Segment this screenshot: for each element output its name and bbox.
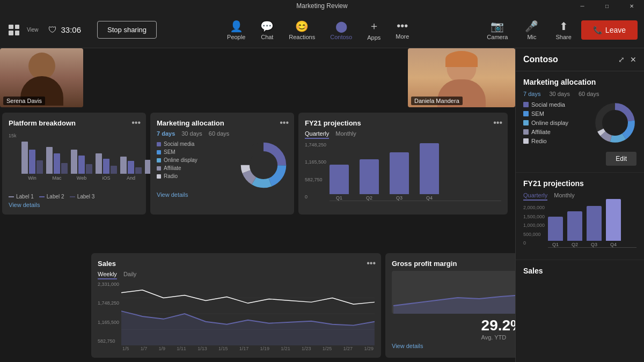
sidebar-label-affiliate: Affiliate <box>531 129 551 135</box>
toolbar-reactions[interactable]: 😊 Reactions <box>281 17 323 43</box>
toolbar-contoso[interactable]: ⬤ Contoso <box>323 17 360 43</box>
sidebar-fy21-monthly[interactable]: Monthly <box>554 192 575 201</box>
sidebar-y-1.5m: 1,500,000 <box>523 214 545 219</box>
x-1/19: 1/19 <box>260 346 269 351</box>
leave-button[interactable]: 📞 Leave <box>581 20 638 40</box>
alloc-tab-30days[interactable]: 30 days <box>181 130 202 137</box>
platform-menu-icon[interactable]: ••• <box>131 118 141 128</box>
toolbar-mic[interactable]: 🎤 Mic <box>517 17 546 43</box>
x-1/15: 1/15 <box>218 346 228 351</box>
expand-icon[interactable]: ⤢ <box>618 55 625 64</box>
alloc-tab-60days[interactable]: 60 days <box>209 130 230 137</box>
window-title: Marketing Review <box>296 2 347 10</box>
sidebar-bar-q4-rect <box>606 199 621 241</box>
sidebar-mkt-social: Social media <box>523 101 589 108</box>
alloc-tab-7days[interactable]: 7 days <box>157 130 175 137</box>
sidebar-sales-title: Sales <box>523 267 636 275</box>
legend-dot-2 <box>39 196 45 197</box>
sales-tab-weekly[interactable]: Weekly <box>98 271 117 279</box>
titlebar: Marketing Review ─ □ ✕ <box>0 0 644 12</box>
alloc-dot-radio <box>157 174 161 179</box>
toolbar-chat[interactable]: 💬 Chat <box>253 17 281 43</box>
fy21-menu-icon[interactable]: ••• <box>493 118 502 128</box>
sidebar-bar-q1-rect <box>548 217 563 241</box>
mic-icon: 🎤 <box>525 20 538 33</box>
sidebar-q1: Q1 <box>552 242 559 247</box>
toolbar-people[interactable]: 👤 People <box>219 17 253 43</box>
alloc-label-sem: SEM <box>164 149 175 155</box>
sales-tab-daily[interactable]: Daily <box>123 271 136 279</box>
sidebar-mkt-online: Online display <box>523 120 589 126</box>
marketing-view-link[interactable]: View details <box>157 191 288 198</box>
bar-seg-2 <box>128 161 134 174</box>
fy21-q2-label: Q2 <box>366 195 372 201</box>
fy21-bar-q1-rect <box>330 165 349 194</box>
sales-y3: 1,165,500 <box>98 320 119 325</box>
sidebar-dot-redio <box>523 138 529 144</box>
sales-chart-area: 2,331,000 1,748,250 1,165,500 582,750 <box>98 282 375 351</box>
toolbar-camera[interactable]: 📷 Camera <box>479 17 515 43</box>
bar-label-mac: Mac <box>52 175 61 181</box>
sidebar-y-1m: 1,000,000 <box>523 223 545 228</box>
stop-sharing-button[interactable]: Stop sharing <box>97 21 157 39</box>
sidebar-close-icon[interactable]: ✕ <box>630 55 636 64</box>
fy21-tab-monthly[interactable]: Monthly <box>335 130 356 139</box>
fy21-tabs: Quarterly Monthly <box>305 130 501 139</box>
edit-button[interactable]: Edit <box>606 152 636 166</box>
gross-view-link[interactable]: View details <box>392 343 423 349</box>
people-icon: 👤 <box>230 20 243 33</box>
sidebar-q4: Q4 <box>610 242 617 247</box>
sidebar-label-sem: SEM <box>531 110 544 117</box>
sales-x-axis: 1/5 1/7 1/9 1/11 1/13 1/15 1/17 1/19 1/2… <box>121 346 375 351</box>
sidebar-fy21-title: FY21 projections <box>523 179 636 188</box>
toolbar-more[interactable]: ••• More <box>388 17 416 43</box>
platform-view-link[interactable]: View details <box>9 202 140 208</box>
sidebar-bar-q1: Q1 <box>548 217 563 247</box>
sidebar-fy21-quarterly[interactable]: Quarterly <box>523 192 547 201</box>
sidebar-dot-online <box>523 120 529 125</box>
toolbar-share[interactable]: ⬆ Share <box>548 17 579 43</box>
fy21-q1-label: Q1 <box>336 195 342 201</box>
x-1/17: 1/17 <box>239 346 249 351</box>
minimize-button[interactable]: ─ <box>570 0 595 12</box>
close-button[interactable]: ✕ <box>619 0 644 12</box>
sidebar-mkt-legend: Social media SEM Online display Affiliat… <box>523 101 589 144</box>
sidebar-mkt-7days[interactable]: 7 days <box>523 91 540 97</box>
legend-text-2: Label 2 <box>47 194 64 200</box>
fy21-tab-quarterly[interactable]: Quarterly <box>305 130 329 139</box>
bar-seg-2 <box>29 150 35 174</box>
toolbar-apps[interactable]: ＋ Apps <box>360 16 388 44</box>
svg-marker-9 <box>121 311 375 345</box>
fy21-bar-q4-rect <box>420 143 439 194</box>
camera-label: Camera <box>487 34 508 40</box>
sidebar-label-online: Online display <box>531 120 568 126</box>
donut-chart <box>239 141 288 189</box>
view-icon[interactable] <box>6 23 21 38</box>
sidebar-mkt-body: Social media SEM Online display Affiliat… <box>523 101 636 144</box>
video-thumbnail-right: Daniela Mandera <box>408 48 515 107</box>
sales-menu-icon[interactable]: ••• <box>367 258 376 268</box>
marketing-menu-icon[interactable]: ••• <box>280 118 289 128</box>
x-1/7: 1/7 <box>141 346 148 351</box>
alloc-label-affiliate: Affiliate <box>164 165 181 171</box>
sales-chart-svg-container: 1/5 1/7 1/9 1/11 1/13 1/15 1/17 1/19 1/2… <box>121 282 375 351</box>
maximize-button[interactable]: □ <box>595 0 619 12</box>
apps-icon: ＋ <box>369 19 379 33</box>
bar-seg-1 <box>96 153 102 174</box>
sidebar-mkt-60days[interactable]: 60 days <box>579 91 599 97</box>
video-name-daniela: Daniela Mandera <box>411 97 463 105</box>
bar-group-ios: iOS <box>96 153 117 181</box>
sidebar-marketing-section: Marketing allocation 7 days 30 days 60 d… <box>516 71 644 173</box>
phone-icon: 📞 <box>593 26 602 34</box>
sidebar-fy21-bars-area: Q1 Q2 Q3 Q4 <box>548 205 636 253</box>
sidebar-mkt-30days[interactable]: 30 days <box>549 91 570 97</box>
x-1/11: 1/11 <box>177 346 186 351</box>
sidebar-marketing-title: Marketing allocation <box>523 78 636 86</box>
y-label-1: 1,748,250 <box>305 142 326 147</box>
marketing-allocation-card: ••• Marketing allocation 7 days 30 days … <box>150 113 294 215</box>
fy21-bar-chart: Q1 Q2 Q3 Q4 <box>330 142 501 201</box>
sales-tabs: Weekly Daily <box>98 271 375 279</box>
fy21-bar-q1: Q1 <box>330 165 349 201</box>
toolbar-left: View 🛡 33:06 Stop sharing <box>6 21 157 39</box>
leave-label: Leave <box>605 26 626 34</box>
